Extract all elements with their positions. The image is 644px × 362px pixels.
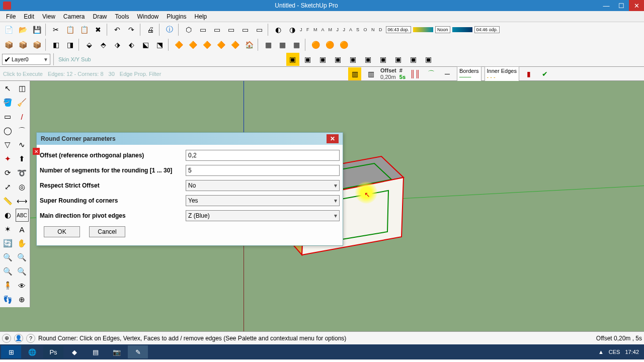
geo-icon[interactable]: ⊕: [2, 334, 11, 343]
warehouse-icon[interactable]: 🔶: [214, 38, 227, 51]
credits-icon[interactable]: 👤: [14, 334, 23, 343]
menu-file[interactable]: File: [2, 13, 20, 20]
dialog-pin-close-icon[interactable]: ✕: [33, 148, 40, 155]
undo-icon[interactable]: ↶: [111, 23, 124, 36]
warehouse-icon[interactable]: 🔶: [228, 38, 242, 51]
style-icon[interactable]: ▣: [286, 53, 299, 66]
text-tool-icon[interactable]: ABC: [16, 209, 29, 222]
tray-flag-icon[interactable]: ▲: [598, 349, 604, 355]
sandbox-icon[interactable]: ▦: [262, 38, 275, 51]
shadow-timeline[interactable]: J F M A M J J A S O N D 06:43 dop. Noon …: [300, 26, 500, 33]
arc-tool-icon[interactable]: ⌒: [16, 124, 29, 137]
left-view-icon[interactable]: ▭: [253, 23, 266, 36]
profile-icon[interactable]: ⌒: [425, 67, 438, 80]
print-icon[interactable]: 🖨: [144, 23, 157, 36]
component-icon[interactable]: 📦: [16, 38, 29, 51]
warehouse-icon[interactable]: 🔶: [172, 38, 185, 51]
taskbar-camera-icon[interactable]: 📷: [107, 345, 127, 358]
filter-icon[interactable]: ▥: [364, 67, 377, 80]
roundcorner-icon[interactable]: 🟠: [309, 38, 322, 51]
position-camera-icon[interactable]: 🧍: [1, 279, 14, 292]
right-view-icon[interactable]: ▭: [224, 23, 237, 36]
help-icon[interactable]: ?: [26, 334, 35, 343]
offset-input[interactable]: 0,2: [186, 150, 340, 161]
redo-icon[interactable]: ↷: [125, 23, 138, 36]
erase-icon[interactable]: ✖: [92, 23, 105, 36]
menu-help[interactable]: Help: [191, 13, 211, 20]
solid-icon[interactable]: ⬙: [83, 38, 96, 51]
warehouse-icon[interactable]: 🔶: [200, 38, 213, 51]
dimension-tool-icon[interactable]: ⟷: [16, 195, 29, 208]
pivot-direction-select[interactable]: Z (Blue)▾: [186, 210, 340, 221]
previous-view-icon[interactable]: 🔍: [1, 265, 14, 278]
accept-icon[interactable]: ✔: [538, 67, 551, 80]
dialog-close-button[interactable]: ✕: [327, 134, 339, 143]
taskbar-chrome-icon[interactable]: 🌐: [22, 345, 42, 358]
move-tool-icon[interactable]: ✦: [1, 152, 14, 165]
tray-lang[interactable]: CES: [609, 349, 620, 355]
solid-icon[interactable]: ⬗: [111, 38, 124, 51]
iso-view-icon[interactable]: ⬡: [182, 23, 195, 36]
eraser-tool-icon[interactable]: 🧹: [16, 96, 29, 109]
shadow-settings-icon[interactable]: ◑: [286, 23, 299, 36]
solid-icon[interactable]: ⬘: [97, 38, 110, 51]
solid-icon[interactable]: ◧: [49, 38, 62, 51]
scale-tool-icon[interactable]: ⤢: [1, 180, 14, 194]
cut-icon[interactable]: ✂: [49, 23, 62, 36]
walk-icon[interactable]: 👣: [1, 293, 14, 306]
circle-tool-icon[interactable]: ◯: [1, 124, 14, 137]
segments-input[interactable]: 5: [186, 165, 340, 176]
zoom-tool-icon[interactable]: 🔍: [1, 251, 14, 264]
component-icon[interactable]: 📦: [30, 38, 43, 51]
front-view-icon[interactable]: ▭: [210, 23, 223, 36]
warehouse-icon[interactable]: 🔶: [186, 38, 199, 51]
paste-icon[interactable]: 📋: [77, 23, 91, 36]
new-file-icon[interactable]: 📄: [2, 23, 15, 36]
protractor-tool-icon[interactable]: ◐: [1, 209, 14, 222]
pan-tool-icon[interactable]: ✋: [16, 237, 29, 250]
sandbox-icon[interactable]: ▦: [290, 38, 303, 51]
maximize-button[interactable]: ☐: [614, 0, 629, 11]
layer-visible-checkbox[interactable]: ✔: [3, 55, 12, 64]
chevron-down-icon[interactable]: ▼: [42, 57, 50, 62]
taskbar-sketchup-icon[interactable]: ✎: [128, 345, 148, 358]
roundcorner-icon[interactable]: 🟠: [337, 38, 350, 51]
3dtext-tool-icon[interactable]: A: [16, 223, 29, 236]
dialog-titlebar[interactable]: Round Corner parameters ✕: [37, 133, 343, 145]
style-icon[interactable]: ▣: [392, 53, 405, 66]
paint-tool-icon[interactable]: 🪣: [1, 96, 14, 109]
pushpull-tool-icon[interactable]: ⬆: [16, 152, 29, 165]
profile-icon[interactable]: ─: [441, 67, 454, 80]
top-view-icon[interactable]: ▭: [196, 23, 209, 36]
followme-tool-icon[interactable]: ➰: [16, 166, 29, 179]
menu-plugins[interactable]: Plugins: [163, 13, 190, 20]
profile-icon[interactable]: ║║: [409, 67, 422, 80]
menu-camera[interactable]: Camera: [59, 13, 89, 20]
next-view-icon[interactable]: 🔍: [16, 265, 29, 278]
rotate-tool-icon[interactable]: ⟳: [1, 166, 14, 179]
style-icon[interactable]: ▣: [347, 53, 360, 66]
tape-tool-icon[interactable]: 📏: [1, 195, 14, 208]
taskbar-app-icon[interactable]: ◆: [64, 345, 85, 358]
axes-tool-icon[interactable]: ✶: [1, 223, 14, 236]
style-icon[interactable]: ▣: [301, 53, 314, 66]
menu-tools[interactable]: Tools: [111, 13, 133, 20]
zoom-extents-icon[interactable]: 🔍: [16, 251, 29, 264]
open-file-icon[interactable]: 📂: [16, 23, 29, 36]
close-button[interactable]: ✕: [629, 0, 644, 11]
home-icon[interactable]: 🏠: [243, 38, 256, 51]
solid-icon[interactable]: ◨: [63, 38, 76, 51]
strict-offset-select[interactable]: No▾: [186, 180, 340, 191]
offset-tool-icon[interactable]: ◎: [16, 180, 29, 194]
save-file-icon[interactable]: 💾: [30, 23, 43, 36]
line-tool-icon[interactable]: /: [16, 110, 29, 123]
model-info-icon[interactable]: ⓘ: [163, 23, 176, 36]
style-icon[interactable]: ▣: [316, 53, 330, 66]
system-tray[interactable]: ▲ CES 17:42: [598, 349, 643, 355]
start-button[interactable]: ⊞: [1, 345, 21, 358]
layer-selector[interactable]: ✔ Layer0 ▼: [2, 54, 50, 65]
solid-icon[interactable]: ⬕: [139, 38, 152, 51]
menu-draw[interactable]: Draw: [89, 13, 111, 20]
freehand-tool-icon[interactable]: ∿: [16, 138, 29, 151]
minimize-button[interactable]: —: [599, 0, 614, 11]
